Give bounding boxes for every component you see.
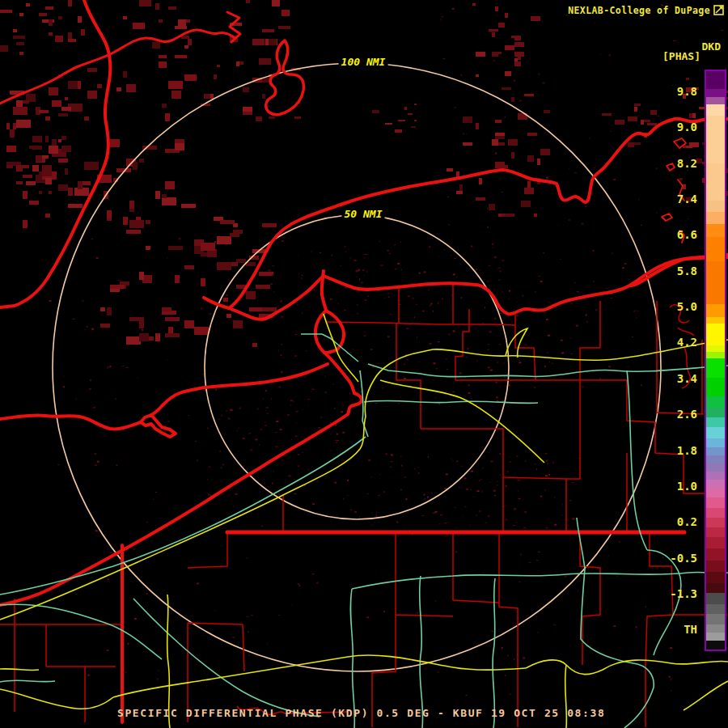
- radar-echo: [488, 344, 489, 345]
- radar-echo: [472, 3, 476, 6]
- radar-echo: [419, 273, 421, 274]
- radar-echo: [265, 410, 266, 411]
- radar-echo: [493, 490, 496, 492]
- radar-echo: [444, 249, 445, 250]
- radar-echo: [514, 658, 514, 660]
- radar-echo: [334, 482, 336, 484]
- radar-echo: [217, 65, 220, 67]
- radar-echo: [306, 350, 307, 351]
- radar-echo: [159, 670, 159, 671]
- radar-echo: [499, 344, 501, 345]
- radar-echo: [615, 120, 624, 125]
- radar-echo: [502, 192, 503, 193]
- radar-echo: [26, 181, 36, 185]
- radar-echo: [500, 313, 502, 314]
- radar-echo: [243, 87, 249, 92]
- radar-echo: [168, 6, 176, 10]
- radar-echo: [269, 393, 270, 394]
- radar-echo: [476, 52, 485, 57]
- radar-echo: [578, 590, 578, 591]
- radar-echo: [29, 146, 32, 149]
- radar-echo: [298, 465, 299, 467]
- radar-echo: [387, 293, 389, 294]
- radar-echo: [357, 313, 358, 314]
- radar-echo: [430, 304, 430, 305]
- radar-echo: [442, 16, 443, 17]
- radar-echo: [348, 248, 349, 249]
- site-title[interactable]: NEXLAB-College of DuPage: [568, 5, 710, 16]
- radar-echo: [493, 248, 494, 248]
- radar-echo: [400, 489, 402, 490]
- radar-echo: [211, 426, 212, 427]
- radar-echo: [324, 362, 325, 362]
- radar-echo: [201, 243, 215, 251]
- radar-echo: [165, 333, 180, 337]
- colorbar-tick: 9.0: [647, 121, 697, 133]
- radar-echo: [518, 362, 521, 363]
- radar-echo: [86, 326, 87, 328]
- radar-echo: [418, 472, 419, 474]
- radar-echo: [42, 165, 52, 168]
- radar-echo: [58, 16, 62, 19]
- radar-echo: [548, 335, 550, 336]
- radar-echo: [450, 375, 451, 375]
- radar-echo: [72, 319, 74, 320]
- radar-echo: [636, 318, 637, 319]
- radar-echo: [521, 553, 522, 555]
- radar-echo: [289, 475, 291, 476]
- radar-echo: [109, 366, 111, 367]
- radar-echo: [223, 298, 228, 302]
- radar-echo: [379, 474, 380, 475]
- radar-echo: [95, 465, 97, 466]
- radar-echo: [459, 487, 460, 488]
- radar-echo: [438, 341, 440, 342]
- radar-echo: [239, 451, 239, 451]
- radar-echo: [429, 247, 430, 248]
- radar-echo: [133, 162, 138, 170]
- radar-echo: [595, 166, 596, 167]
- radar-echo: [417, 467, 418, 468]
- radar-echo: [201, 307, 202, 309]
- radar-echo: [265, 425, 267, 425]
- radar-echo: [294, 400, 294, 402]
- radar-echo: [58, 184, 68, 191]
- radar-echo: [357, 304, 358, 306]
- radar-echo: [384, 491, 385, 493]
- radar-echo: [367, 385, 368, 386]
- colorbar-tick: 5.0: [647, 300, 697, 313]
- radar-echo: [26, 3, 30, 6]
- colorbar-tick: 6.6: [647, 228, 697, 241]
- radar-echo: [388, 296, 390, 298]
- radar-echo: [262, 29, 274, 32]
- radar-echo: [239, 408, 241, 409]
- radar-echo: [628, 116, 637, 121]
- radar-echo: [175, 275, 180, 283]
- radar-echo: [479, 178, 482, 184]
- radar-echo: [259, 444, 260, 446]
- radar-echo: [303, 409, 303, 410]
- cod-flag-icon[interactable]: [713, 5, 724, 15]
- radar-echo: [55, 36, 63, 42]
- radar-echo: [502, 87, 511, 90]
- radar-echo: [338, 303, 339, 304]
- radar-echo: [165, 149, 170, 153]
- radar-echo: [404, 527, 405, 528]
- radar-echo: [0, 10, 12, 13]
- radar-echo: [207, 428, 209, 429]
- radar-map-canvas: [0, 0, 728, 728]
- radar-echo: [221, 407, 222, 408]
- radar-echo: [504, 476, 506, 476]
- radar-echo: [521, 201, 531, 207]
- radar-echo: [246, 557, 248, 558]
- colorbar-segment: [706, 604, 725, 614]
- radar-echo: [82, 300, 84, 301]
- radar-echo: [58, 159, 68, 163]
- radar-echo: [342, 460, 345, 461]
- radar-echo: [576, 325, 578, 327]
- radar-echo: [146, 246, 150, 250]
- radar-echo: [149, 336, 154, 341]
- radar-echo: [16, 181, 23, 184]
- radar-echo: [272, 274, 273, 275]
- radar-echo: [366, 616, 369, 618]
- radar-echo: [476, 515, 477, 516]
